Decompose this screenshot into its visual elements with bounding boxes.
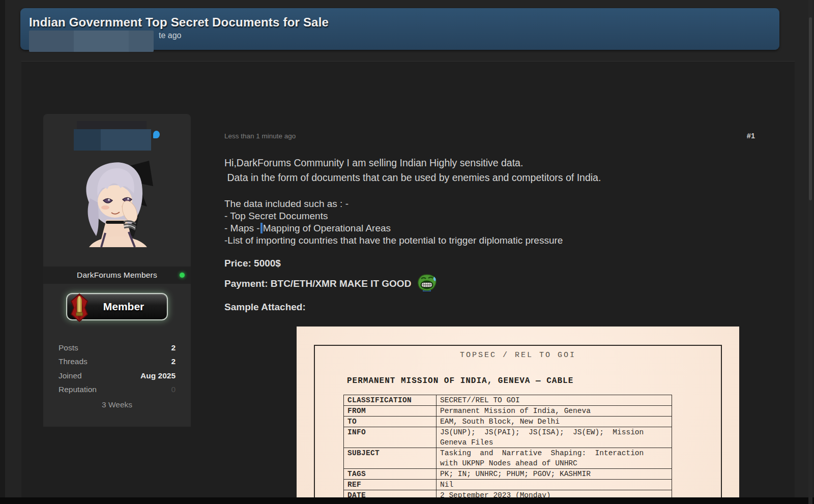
post-number-link[interactable]: #1 [747,132,755,140]
member-badge: Member [66,293,168,320]
cell-label: FROM [344,406,437,417]
header-timestamp-fragment: te ago [159,31,181,40]
stat-row-threads: Threads 2 [59,355,176,369]
cell-value: Tasking and Narrative Shaping: Interacti… [437,448,672,469]
cell-label: TAGS [344,469,437,480]
user-info-card: DarkForums Members Member [43,114,191,427]
time-registered: 3 Weeks [43,400,191,409]
user-group-label: DarkForums Members [77,271,157,280]
document-metadata-table: CLASSIFICATIONSECRET//REL TO GOI FROMPer… [343,395,672,504]
post-text-line: The data included such as : - [224,198,348,210]
text-cursor-caret [260,223,263,233]
stat-value: Aug 2025 [140,371,176,380]
avatar[interactable] [76,157,158,247]
price-line: Price: 5000$ [224,258,281,269]
table-row: SUBJECTTasking and Narrative Shaping: In… [344,448,672,469]
payment-text: Payment: BTC/ETH/XMR MAKE IT GOOD [224,278,411,289]
forum-page: Indian Government Top Secret Documents f… [0,0,814,504]
post-list-item: -List of importing countries that have t… [224,235,563,246]
cell-value: Nil [437,480,672,490]
table-row: TAGSPK; IN; UNHRC; PHUM; PGOV; KASHMIR [344,469,672,480]
post-list-item: - Top Secret Documents [224,211,328,222]
redacted-username[interactable] [74,129,151,151]
bottom-black-bar [0,497,814,504]
stat-value: 2 [171,343,176,352]
document-title: PERMANENT MISSION OF INDIA, GENEVA — CAB… [347,376,573,386]
post-list-item: - Maps -Mapping of Operational Areas [224,223,391,234]
stat-label: Joined [59,371,82,380]
cell-label: REF [344,480,437,490]
document-classification-banner: TOPSEC / REL TO GOI [297,351,739,360]
cell-label: SUBJECT [344,448,437,469]
cell-label: TO [344,417,437,427]
stat-row-reputation: Reputation 0 [59,383,176,397]
stat-value[interactable]: 0 [171,385,176,394]
cell-label: CLASSIFICATION [344,395,437,406]
redacted-username-header[interactable] [29,31,154,52]
post-text-line: Hi,DarkForums Community I am selling Ind… [224,157,523,169]
table-row: CLASSIFICATIONSECRET//REL TO GOI [344,395,672,406]
stat-label: Posts [59,343,78,352]
cell-value: JS(UNP); JS(PAI); JS(ISA); JS(EW); Missi… [437,427,672,448]
post-container: DarkForums Members Member [21,61,795,504]
stat-row-joined: Joined Aug 2025 [59,369,176,383]
pepe-laughing-crying-emoji-icon [416,273,438,292]
user-group-strip: DarkForums Members [43,266,191,284]
attached-document-image[interactable]: TOPSEC / REL TO GOI PERMANENT MISSION OF… [297,327,739,504]
stat-row-posts: Posts 2 [59,341,176,355]
user-flair-icon [153,131,160,138]
cell-value: EAM, South Block, New Delhi [437,417,672,427]
user-stats: Posts 2 Threads 2 Joined Aug 2025 Reputa… [59,341,176,397]
stat-label: Reputation [59,385,97,394]
table-row: FROMPermanent Mission of India, Geneva [344,406,672,417]
scrollbar-thumb[interactable] [809,17,812,200]
sample-attached-label: Sample Attached: [224,302,306,313]
post-timestamp: Less than 1 minute ago [224,132,296,140]
post-text-fragment: - Maps - [224,223,260,233]
table-row: TOEAM, South Block, New Delhi [344,417,672,427]
cell-value: PK; IN; UNHRC; PHUM; PGOV; KASHMIR [437,469,672,480]
page-left-edge [0,0,5,504]
post-text-fragment: Mapping of Operational Areas [263,223,391,233]
stat-label: Threads [59,357,88,366]
anime-avatar-image [76,157,158,247]
member-badge-label: Member [103,301,144,313]
cell-value: SECRET//REL TO GOI [437,395,672,406]
table-row: REFNil [344,480,672,490]
table-row: INFOJS(UNP); JS(PAI); JS(ISA); JS(EW); M… [344,427,672,448]
stat-value: 2 [171,357,176,366]
post-text-line: Data in the form of documents that can b… [224,172,601,184]
badge-bullet-emblem-icon [63,291,96,324]
cell-label: INFO [344,427,437,448]
thread-title: Indian Government Top Secret Documents f… [29,15,329,29]
payment-line: Payment: BTC/ETH/XMR MAKE IT GOOD [224,273,438,292]
cell-value: Permanent Mission of India, Geneva [437,406,672,417]
online-status-dot [180,273,185,278]
